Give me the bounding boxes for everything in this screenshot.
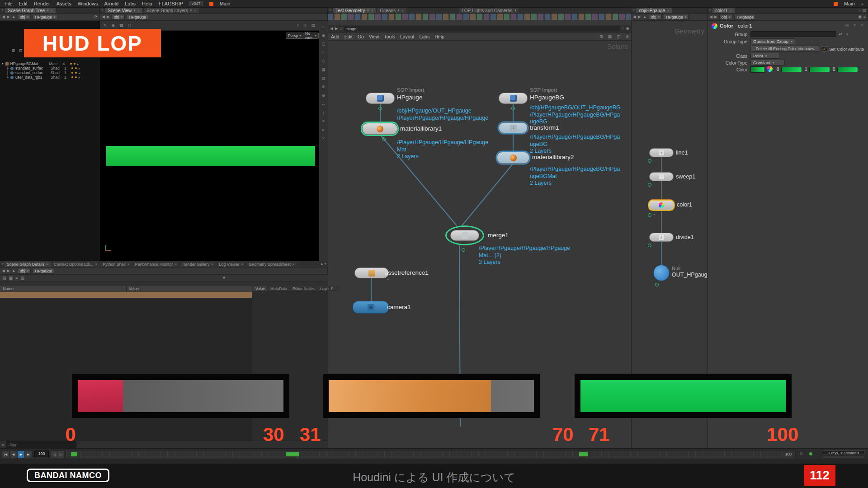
pan-tool-icon[interactable]: ⊕: [112, 23, 115, 28]
pane-split-icon[interactable]: ▤: [862, 9, 866, 13]
param-node-name[interactable]: color1: [738, 23, 752, 28]
viewport-tool-icon[interactable]: ◻: [322, 42, 325, 46]
color-wheel-icon[interactable]: [767, 66, 773, 72]
expand-caret-icon[interactable]: ▾: [2, 62, 4, 66]
columns-icon[interactable]: ▥: [20, 276, 24, 280]
close-icon[interactable]: ×: [194, 9, 196, 13]
pivot-icon[interactable]: ○: [297, 23, 299, 28]
shelf-tab-lop-lights-cameras[interactable]: LOP Lights and Cameras▾: [459, 8, 519, 13]
pane-menu-icon[interactable]: ≡: [1, 262, 4, 267]
collapse-all-icon[interactable]: ⊞: [12, 49, 15, 53]
shelf-tools-strip[interactable]: [328, 14, 631, 20]
flag-dot-icon[interactable]: [74, 63, 75, 65]
node-out-hpgauge[interactable]: [653, 265, 670, 281]
tab-performance-monitor[interactable]: Performance Monitor×: [132, 262, 179, 267]
viewport-tool-icon[interactable]: ≡: [322, 119, 325, 123]
node-color1[interactable]: [648, 200, 675, 211]
tab-scene-graph-layers[interactable]: Scene Graph Layers▾×: [144, 8, 199, 13]
display-flag-icon[interactable]: [648, 213, 651, 217]
class-dropdown[interactable]: Point▾: [750, 53, 779, 59]
flag-dot-icon[interactable]: [75, 72, 77, 74]
close-icon[interactable]: ×: [667, 9, 670, 13]
list-view-icon[interactable]: ▤: [2, 276, 6, 280]
tree-row[interactable]: └ user_data_rgb1 Shad 1 ▸: [0, 75, 99, 80]
display-flag-icon[interactable]: [648, 183, 651, 187]
menu-flagship[interactable]: FLAGSHIP: [159, 1, 183, 6]
node-camera1[interactable]: [353, 301, 389, 314]
close-icon[interactable]: ×: [212, 262, 214, 266]
tab-scroll-icon[interactable]: ▸: [321, 262, 323, 266]
pane-menu-icon[interactable]: ≡: [329, 8, 331, 13]
context-dropdown[interactable]: obj▾: [719, 14, 733, 20]
shade-mode-icon[interactable]: ▤: [311, 23, 315, 28]
refresh-icon[interactable]: ⟳: [94, 15, 98, 19]
filter-menu-icon[interactable]: ≡: [2, 443, 4, 447]
menu-render[interactable]: Render: [34, 1, 50, 6]
tab-scene-graph-details[interactable]: Scene Graph Details×: [5, 262, 51, 267]
expand-all-icon[interactable]: ⊟: [19, 49, 23, 53]
jump-start-button[interactable]: |◀: [2, 450, 9, 458]
gear-icon[interactable]: ◎: [845, 23, 849, 28]
viewport-tool-icon[interactable]: ⊖: [322, 93, 326, 98]
snap-icon[interactable]: ◻: [128, 23, 131, 28]
context-dropdown[interactable]: obj▾: [18, 14, 31, 20]
tree-row[interactable]: ▾ HPgaugeBGMat Mate 4 ▸: [0, 61, 99, 66]
node-dropdown[interactable]: HPgauge▾: [664, 14, 689, 20]
forward-icon[interactable]: ▶: [7, 15, 10, 19]
close-icon[interactable]: ×: [51, 9, 53, 13]
viewport-tool-icon[interactable]: ▤: [321, 76, 326, 80]
keyframe-marker[interactable]: [579, 452, 588, 456]
viewport-tool-icon[interactable]: ◇: [322, 59, 325, 63]
forward-icon[interactable]: ▶: [7, 269, 10, 273]
pane-options-icon[interactable]: ≡: [863, 15, 866, 19]
back-icon[interactable]: ◀: [102, 15, 105, 19]
chevron-down-icon[interactable]: ▾: [846, 33, 848, 36]
menu-arnold[interactable]: Arnold: [104, 1, 118, 6]
color-b-value[interactable]: 0: [833, 67, 835, 72]
display-flag-icon[interactable]: [462, 248, 465, 252]
node-dropdown[interactable]: HPgauge: [127, 14, 148, 20]
menu-overflow-icon[interactable]: ≡: [861, 1, 863, 6]
viewport-tool-icon[interactable]: ×: [322, 136, 325, 141]
close-icon[interactable]: ×: [292, 262, 295, 266]
details-selected-row[interactable]: [0, 292, 252, 298]
keyframe-marker[interactable]: [286, 452, 299, 456]
keyframe-marker[interactable]: [71, 452, 77, 456]
viewport-tool-icon[interactable]: ⊞: [322, 33, 326, 38]
menu-labs[interactable]: Labs: [125, 1, 136, 6]
tab-color1[interactable]: color1×: [712, 8, 735, 13]
axis-mode-icon[interactable]: ◇: [304, 23, 307, 28]
viewport-tool-icon[interactable]: ▦: [321, 67, 326, 72]
flag-dot-icon[interactable]: [75, 76, 77, 78]
set-color-attr-checkbox[interactable]: ✓: [822, 46, 827, 52]
tab-python-shell[interactable]: Python Shell×: [100, 262, 132, 267]
up-icon[interactable]: ▲: [12, 269, 16, 273]
template-flag-icon[interactable]: ●: [653, 213, 655, 216]
desktop-selector-right[interactable]: Main: [844, 1, 855, 6]
tree-view-icon[interactable]: ▦: [9, 276, 13, 280]
column-name[interactable]: Name: [3, 286, 14, 291]
color-r-value[interactable]: 0: [777, 67, 779, 72]
back-icon[interactable]: ◀: [633, 15, 636, 19]
flag-dot-icon[interactable]: [70, 63, 72, 65]
tab-geometry-spreadsheet[interactable]: Geometry Spreadsheet×: [246, 262, 297, 267]
node-line1[interactable]: /: [649, 148, 674, 157]
color-type-dropdown[interactable]: Constant▾: [750, 60, 785, 66]
context-dropdown[interactable]: obj▾: [112, 14, 125, 20]
node-assetreference1[interactable]: [354, 267, 389, 278]
column-value[interactable]: Value: [129, 286, 139, 291]
group-type-dropdown[interactable]: Guess from Group▾: [750, 38, 795, 44]
viewport-tool-icon[interactable]: ⊕: [322, 84, 326, 89]
back-icon[interactable]: ◀: [2, 15, 5, 19]
menu-file[interactable]: File: [5, 1, 13, 6]
shelf-tab-test-geometry[interactable]: Test Geometry▾×: [333, 8, 376, 13]
pane-menu-icon[interactable]: ≡: [632, 8, 635, 13]
close-icon[interactable]: ×: [371, 9, 373, 13]
color-r-slider[interactable]: [781, 67, 802, 72]
zoom-timeline-icon[interactable]: ⊕: [799, 452, 803, 456]
subtab-value[interactable]: Value: [253, 286, 267, 291]
node-sopimport-hpgaugebg[interactable]: [499, 93, 528, 104]
display-flag-icon[interactable]: [655, 283, 659, 286]
up-icon[interactable]: ▲: [12, 15, 16, 19]
back-icon[interactable]: ◀: [709, 15, 712, 19]
